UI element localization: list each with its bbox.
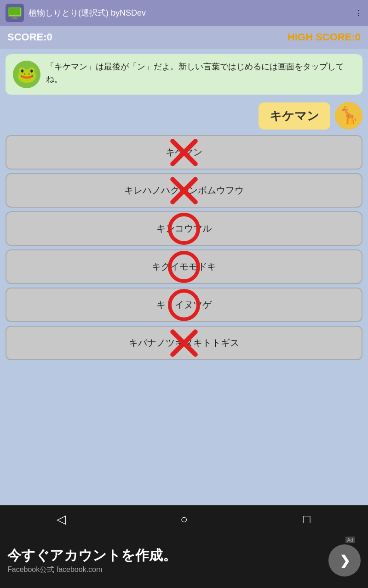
frog-avatar: 🐸 — [13, 61, 40, 88]
option-2-text: キレハノハクモンボムウフウ — [124, 184, 244, 197]
score-display: SCORE:0 — [7, 31, 52, 43]
svg-rect-1 — [9, 8, 20, 15]
ad-subtitle: Facebook公式 facebook.com — [7, 565, 323, 575]
ad-cta-button[interactable]: ❯ — [328, 544, 361, 577]
current-word: キケマン — [259, 102, 330, 130]
ad-badge: Ad — [345, 537, 355, 543]
option-1-text: キケマン — [166, 146, 202, 158]
app-icon — [6, 4, 24, 22]
message-text: 「キケマン」は最後が「ン」だよ。新しい言葉ではじめるには画面をタップしてね。 — [46, 61, 355, 85]
option-5-text: キミイヌツゲ — [156, 299, 212, 311]
option-3[interactable]: キンコウマル — [6, 211, 362, 246]
menu-dots-icon[interactable]: ⋮ — [355, 9, 362, 17]
nav-bar: ◁ ○ □ — [0, 505, 368, 533]
option-3-text: キンコウマル — [156, 222, 212, 235]
svg-rect-2 — [13, 17, 17, 18]
giraffe-avatar: 🦒 — [335, 102, 362, 130]
back-button[interactable]: ◁ — [47, 505, 75, 533]
message-box[interactable]: 🐸 「キケマン」は最後が「ン」だよ。新しい言葉ではじめるには画面をタップしてね。 — [6, 54, 362, 95]
option-6-text: キバナノツキヌキトトギス — [129, 337, 239, 349]
ad-content: 今すぐアカウントを作成。 Facebook公式 facebook.com — [7, 546, 323, 575]
svg-rect-3 — [11, 18, 18, 19]
top-bar: 植物しりとり(選択式) byNSDev ⋮ — [0, 0, 368, 26]
score-bar: SCORE:0 HIGH SCORE:0 — [0, 26, 368, 49]
option-4-text: キクイモモドキ — [152, 260, 216, 273]
ad-cta-icon: ❯ — [339, 553, 350, 568]
ad-title: 今すぐアカウントを作成。 — [7, 546, 323, 565]
high-score-display: HIGH SCORE:0 — [288, 31, 361, 43]
option-4[interactable]: キクイモモドキ — [6, 249, 362, 284]
option-2[interactable]: キレハノハクモンボムウフウ — [6, 173, 362, 208]
option-5[interactable]: キミイヌツゲ — [6, 288, 362, 322]
top-bar-left: 植物しりとり(選択式) byNSDev — [6, 4, 146, 22]
home-button[interactable]: ○ — [170, 505, 198, 533]
option-6[interactable]: キバナノツキヌキトトギス — [6, 326, 362, 360]
word-display-area: キケマン 🦒 — [6, 102, 362, 130]
recent-button[interactable]: □ — [293, 505, 321, 533]
ad-banner[interactable]: 今すぐアカウントを作成。 Facebook公式 facebook.com ❯ A… — [0, 533, 368, 588]
option-1[interactable]: キケマン — [6, 135, 362, 170]
options-list: キケマン キレハノハクモンボムウフウ キンコウマル キクイモモドキ キミイヌツゲ… — [6, 135, 362, 360]
main-content: 🐸 「キケマン」は最後が「ン」だよ。新しい言葉ではじめるには画面をタップしてね。… — [0, 49, 368, 505]
app-title: 植物しりとり(選択式) byNSDev — [29, 7, 146, 18]
